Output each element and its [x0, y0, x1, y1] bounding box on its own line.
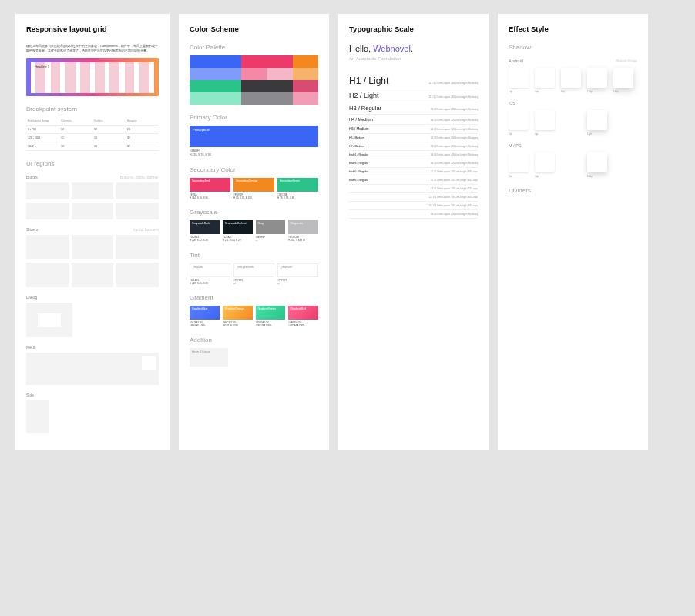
type-row: H2 / Light32 / 0.2 Letter-space / 40 Lin…	[349, 89, 478, 102]
swatch: Grayscale#BCBCBEH 210, S 8, B 82	[288, 220, 318, 242]
gradient-row: GradientBlue#5A7FF7 0%#3B66F5 100%Gradie…	[190, 306, 318, 327]
blocks-row	[26, 182, 159, 199]
swatch: GradientRed#FF6B95 0%#ED3A6A 100%	[288, 306, 318, 327]
ui-regions-title: UI regions	[26, 160, 159, 167]
swatch: GrayscaleDark#1F2833H 208, S 32, B 28	[190, 220, 220, 242]
swatch: GradientBlue#5A7FF7 0%#3B66F5 100%	[190, 306, 220, 327]
type-row: H1 / Light40 / 0.2 Letter-space / 48 Lin…	[349, 73, 478, 89]
panel-responsive-grid: Responsive layout grid 栅格式布局能够为多层级界面设计过程…	[15, 14, 170, 450]
android-shadow-row	[509, 68, 637, 88]
swatch: SecondaryGreen#2BC38AH 76, S 78, B 80	[277, 178, 318, 199]
panel-color-scheme: Color Scheme Color Palette Primary Color…	[179, 14, 329, 450]
side-preview	[26, 400, 49, 433]
palette-cell	[267, 92, 292, 105]
palette-cell	[190, 55, 215, 68]
type-row: 10 / 0.1 Letter-space / 16 Line-height /…	[349, 202, 478, 210]
swatch: GradientOrange#FFC352 0%#F5871F 100%	[223, 306, 253, 327]
grid-description: 栅格式布局能够为多层级界面设计过程中的空间排版，Components，组件中，布…	[26, 44, 159, 53]
swatch: GrayscaleDarkest#121A21H 211, S 45, B 20	[223, 220, 253, 242]
ios-shadow-row	[509, 110, 637, 130]
preview-headline: Headline 5	[35, 65, 150, 69]
color-palette	[190, 55, 318, 105]
panel-title: Color Scheme	[190, 25, 318, 33]
type-row: H4 / Medium16 / 0 Letter-space / 24 Line…	[349, 115, 478, 125]
design-system-canvas: Responsive layout grid 栅格式布局能够为多层级界面设计过程…	[0, 0, 695, 464]
palette-cell	[215, 80, 240, 92]
palette-cell	[293, 68, 318, 80]
type-row: body1 / Regular16 / 0 Letter-space / 28 …	[349, 151, 478, 159]
panel-typographic-scale: Typographic Scale Hello, Webnovel. An Ad…	[338, 14, 489, 450]
dialog-preview	[26, 303, 72, 337]
palette-cell	[215, 92, 240, 105]
swatch: Gray#8E8E8F—	[256, 220, 286, 242]
addition-swatch: Hover & Focus	[190, 348, 228, 367]
palette-cell	[190, 68, 215, 80]
palette-cell	[293, 80, 318, 92]
mpc-shadow-row	[509, 152, 637, 172]
swatch: TintWhite#FFFFFF—	[277, 263, 318, 285]
swatch: TintLightGreen#F0F9F6—	[233, 263, 274, 285]
primary-meta: #3B66F5H 226, S 76, B 96	[190, 149, 318, 157]
type-row: body3 / Regular14 / 0 Letter-space / 24 …	[349, 159, 478, 168]
swatch: SecondaryRed#ED3AH 344, S 76, B 96	[190, 178, 230, 199]
palette-cell	[241, 68, 267, 80]
palette-cell	[241, 80, 267, 92]
palette-cell	[215, 55, 240, 68]
breakpoint-title: Breakpoint system	[26, 105, 159, 112]
palette-cell	[267, 68, 292, 80]
type-row: 48 / 0 Letter-space / 56 Line-height / B…	[349, 210, 478, 219]
palette-cell	[293, 92, 318, 105]
type-scale-list: H1 / Light40 / 0.2 Letter-space / 48 Lin…	[349, 73, 478, 219]
menu-preview	[26, 353, 159, 385]
palette-cell	[190, 80, 215, 92]
hello-text: Hello, Webnovel.	[349, 44, 478, 53]
panel-title: Typographic Scale	[349, 25, 478, 33]
tint-row: TintDark#121A21H 210, S 45, B 20TintLigh…	[190, 263, 318, 285]
type-row: 12 / 0.1 Letter-space / 18 Line-height /…	[349, 193, 478, 202]
palette-cell	[241, 55, 267, 68]
palette-cell	[293, 55, 318, 68]
type-row: H3 / Regular24 / 0 Letter-space / 36 Lin…	[349, 102, 478, 115]
type-row: body6 / Regular10 / 0 Letter-space / 16 …	[349, 176, 478, 185]
grid-preview: Headline 5	[26, 58, 159, 96]
palette-cell	[190, 92, 215, 105]
type-row: body5 / Regular12 / 0 Letter-space / 20 …	[349, 168, 478, 176]
breakpoint-table: Breakpoint Range Columns Gutters Margins…	[26, 117, 159, 151]
primary-swatch: PrimaryBlue	[190, 126, 318, 147]
secondary-row: SecondaryRed#ED3AH 344, S 76, B 96Second…	[190, 178, 318, 199]
type-row: H5 / Medium14 / 0 Letter-space / 20 Line…	[349, 125, 478, 134]
panel-title: Effect Style	[509, 25, 637, 33]
grayscale-row: GrayscaleDark#1F2833H 208, S 32, B 28Gra…	[190, 220, 318, 242]
type-row: H7 / Medium10 / 0 Letter-space / 16 Line…	[349, 142, 478, 151]
palette-cell	[267, 80, 292, 92]
palette-cell	[215, 68, 240, 80]
panel-effect-style: Effect Style Shadow AndroidMaterial Desi…	[498, 14, 648, 450]
swatch: SecondaryOrange#F5871FH 30, S 90, B 100	[233, 178, 274, 199]
swatch: TintDark#121A21H 210, S 45, B 20	[190, 263, 230, 285]
panel-title: Responsive layout grid	[26, 25, 159, 33]
palette-cell	[267, 55, 292, 68]
palette-cell	[241, 92, 267, 105]
type-row: 13 / 0 Letter-space / 20 Line-height / 2…	[349, 185, 478, 193]
type-row: H6 / Medium12 / 0 Letter-space / 16 Line…	[349, 134, 478, 142]
swatch: GradientGreen#45E0A7 0%#2BC38A 100%	[256, 306, 286, 327]
